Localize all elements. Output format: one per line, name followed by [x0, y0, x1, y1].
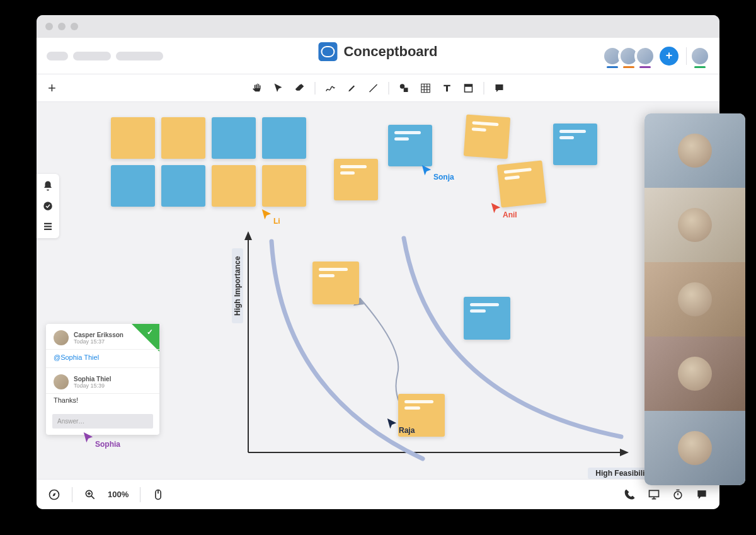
user-cursor-sonja: Sonja: [421, 164, 454, 181]
separator: [72, 487, 72, 502]
add-element-button[interactable]: +: [48, 80, 56, 96]
separator: [315, 82, 316, 95]
divider: [686, 47, 687, 65]
sticky-note[interactable]: [262, 117, 306, 159]
section-tool-icon[interactable]: [462, 82, 475, 95]
svg-rect-10: [44, 223, 52, 224]
comment-tool-icon[interactable]: [493, 82, 506, 95]
breadcrumb-segment[interactable]: [73, 52, 111, 60]
comment-card[interactable]: Casper Eriksson Today 15:37 @Sophia Thie…: [46, 324, 159, 435]
chat-icon[interactable]: [696, 488, 708, 501]
scribble-tool-icon[interactable]: [324, 82, 337, 95]
present-icon[interactable]: [648, 488, 660, 501]
separator: [389, 82, 389, 95]
sticky-note[interactable]: [388, 125, 432, 166]
eraser-tool-icon[interactable]: [294, 82, 306, 95]
add-user-button[interactable]: +: [660, 47, 679, 66]
shape-tool-icon[interactable]: [398, 82, 411, 95]
app-window: + Conceptboard +: [37, 15, 719, 509]
brand: Conceptboard: [318, 42, 437, 61]
separator: [140, 487, 140, 502]
marker-tool-icon[interactable]: [346, 82, 358, 95]
svg-point-18: [674, 492, 682, 499]
side-dock: [37, 174, 59, 238]
comment-reply-input[interactable]: Answer…: [52, 414, 153, 429]
hand-tool-icon[interactable]: [251, 82, 263, 95]
sticky-note[interactable]: [111, 165, 155, 207]
tool-group: [251, 82, 506, 95]
sticky-note[interactable]: [161, 165, 205, 207]
video-tile[interactable]: [644, 337, 745, 411]
sticky-note[interactable]: [464, 115, 510, 159]
video-tile[interactable]: [644, 411, 745, 485]
timer-icon[interactable]: [672, 488, 684, 501]
breadcrumb: [47, 52, 163, 60]
sticky-note[interactable]: [161, 117, 205, 159]
sticky-note[interactable]: [111, 117, 155, 159]
video-tile[interactable]: [644, 188, 745, 262]
avatar[interactable]: [636, 47, 655, 66]
zoom-in-icon[interactable]: [84, 488, 96, 501]
svg-marker-7: [620, 449, 629, 456]
avatar-self[interactable]: [690, 47, 709, 66]
pointer-tool-icon[interactable]: [272, 82, 285, 95]
video-tile[interactable]: [644, 113, 745, 188]
line-tool-icon[interactable]: [367, 82, 380, 95]
comment-author: Casper Eriksson: [74, 331, 123, 338]
comment-time: Today 15:37: [74, 338, 123, 345]
svg-rect-12: [44, 229, 52, 230]
video-tile[interactable]: [644, 262, 745, 337]
sticky-note[interactable]: [312, 262, 359, 304]
breadcrumb-segment[interactable]: [47, 52, 68, 60]
traffic-dot[interactable]: [71, 23, 78, 30]
separator: [484, 82, 484, 95]
priority-matrix: High Importance High Feasibility: [237, 229, 640, 465]
y-axis-label: High Importance: [232, 248, 243, 323]
comment-author: Sophia Thiel: [74, 376, 111, 383]
user-cursor-li: Li: [261, 208, 280, 226]
check-circle-icon[interactable]: [42, 200, 54, 212]
bottom-bar: 100%: [37, 479, 719, 509]
comment-time: Today 15:39: [74, 383, 111, 389]
avatar: [54, 374, 69, 389]
svg-marker-6: [244, 231, 252, 240]
sticky-note[interactable]: [464, 297, 510, 340]
sticky-note[interactable]: [398, 394, 445, 437]
sticky-note[interactable]: [262, 165, 306, 207]
zoom-level[interactable]: 100%: [108, 490, 129, 499]
mouse-icon[interactable]: [152, 488, 164, 501]
svg-rect-11: [44, 226, 52, 227]
comment-body: Thanks!: [46, 394, 159, 410]
sticky-note[interactable]: [334, 159, 378, 200]
sticky-note[interactable]: [212, 165, 256, 207]
breadcrumb-segment[interactable]: [116, 52, 163, 60]
list-icon[interactable]: [42, 221, 54, 232]
traffic-dot[interactable]: [58, 23, 66, 30]
comment-mention[interactable]: @Sophia Thiel: [46, 350, 159, 367]
compass-icon[interactable]: [48, 488, 60, 501]
svg-rect-1: [404, 88, 408, 92]
avatar: [54, 330, 69, 345]
svg-rect-3: [465, 84, 472, 87]
svg-rect-17: [650, 490, 659, 497]
sticky-note[interactable]: [212, 117, 256, 159]
window-chrome: [37, 15, 719, 38]
bell-icon[interactable]: [42, 180, 54, 192]
sticky-note[interactable]: [553, 124, 597, 165]
toolbar: +: [37, 74, 719, 102]
phone-icon[interactable]: [624, 488, 636, 501]
text-tool-icon[interactable]: [441, 82, 454, 95]
sticky-note[interactable]: [497, 160, 547, 207]
presence-avatars: +: [607, 47, 709, 66]
traffic-dot[interactable]: [45, 23, 53, 30]
brand-icon: [318, 42, 337, 61]
video-panel[interactable]: [644, 113, 745, 485]
svg-point-9: [43, 202, 52, 210]
table-tool-icon[interactable]: [420, 82, 432, 95]
brand-name: Conceptboard: [343, 43, 437, 60]
